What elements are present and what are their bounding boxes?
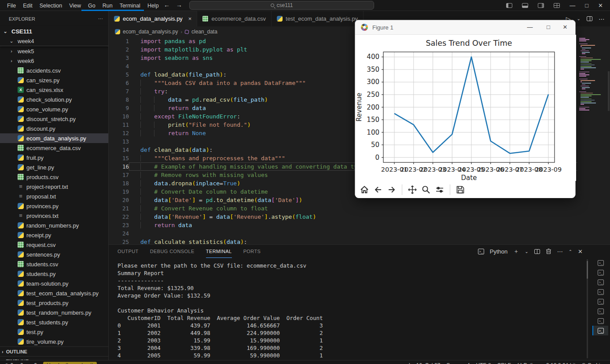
tree-item-test-random-numbers-py[interactable]: test_random_numbers.py — [0, 308, 108, 317]
tree-item-receipt-py[interactable]: receipt.py — [0, 230, 108, 240]
save-icon[interactable] — [456, 185, 465, 195]
editor-more-actions-icon[interactable]: ⋯ — [599, 15, 605, 22]
terminal-session-item[interactable]: >_ — [592, 306, 608, 316]
panel-tab-output[interactable]: OUTPUT — [118, 245, 139, 258]
tree-item-test-py[interactable]: test.py — [0, 327, 108, 337]
terminal-session-item[interactable]: >_ — [592, 326, 608, 335]
panel-maximize-icon[interactable]: ⌃ — [569, 249, 572, 254]
tree-item-sentences-py[interactable]: sentences.py — [0, 250, 108, 259]
kill-terminal-icon[interactable] — [546, 248, 551, 254]
menu-go[interactable]: Go — [85, 1, 99, 10]
command-center-search[interactable]: cse111 — [189, 1, 374, 10]
ports-indicator[interactable]: ⌁ 0 — [29, 362, 37, 364]
tree-item-test-students-py[interactable]: test_students.py — [0, 317, 108, 327]
menu-help[interactable]: Help — [144, 1, 162, 10]
tab-test-ecom-data-analysis-py[interactable]: test_ecom_data_analysis.py — [272, 11, 364, 26]
figure-maximize-button[interactable]: □ — [542, 20, 555, 34]
terminal-session-item[interactable]: >_ — [592, 316, 608, 326]
tree-item-project-report-txt[interactable]: ≡project-report.txt — [0, 182, 108, 191]
menu-terminal[interactable]: Terminal — [116, 1, 144, 10]
tree-item-fruit-py[interactable]: fruit.py — [0, 153, 108, 162]
tree-item-check-solution-py[interactable]: check_solution.py — [0, 95, 108, 104]
tab-ecommerce-data-csv[interactable]: ecommerce_data.csv — [197, 11, 272, 26]
status-item[interactable]: { } Python — [517, 362, 540, 364]
tree-item-provinces-py[interactable]: provinces.py — [0, 201, 108, 211]
tree-item-week4[interactable]: ⌄week4 — [0, 36, 108, 46]
tree-item-ecom-data-analysis-py[interactable]: ecom_data_analysis.py — [0, 133, 108, 143]
extension-status-badge[interactable]: Hornby (logged out) — [43, 362, 97, 364]
status-item[interactable]: ⦾ Go Live — [582, 362, 606, 364]
tree-item-tire-volume-py[interactable]: tire_volume.py — [0, 337, 108, 346]
subplots-config-icon[interactable] — [435, 185, 445, 195]
toggle-panel-icon[interactable] — [522, 3, 528, 8]
tree-item-students-py[interactable]: students.py — [0, 269, 108, 279]
problems-indicator[interactable]: ⊘ 0 △ 0 — [4, 362, 23, 364]
tree-item-team-solution-py[interactable]: team-solution.py — [0, 279, 108, 288]
menu-run[interactable]: Run — [99, 1, 116, 10]
code-line-23[interactable]: 23 return data — [109, 221, 610, 229]
tree-item-can-sizes-xlsx[interactable]: Xcan_sizes.xlsx — [0, 85, 108, 95]
window-minimize-button[interactable]: — — [570, 2, 575, 9]
close-tab-icon[interactable]: × — [188, 15, 192, 22]
tree-item-cone-volume-py[interactable]: cone_volume.py — [0, 104, 108, 114]
menu-file[interactable]: File — [4, 1, 19, 10]
terminal-session-item[interactable]: >_ — [592, 258, 608, 268]
status-item[interactable]: Spaces: 4 — [446, 362, 470, 364]
code-line-22[interactable]: 22 data['Revenue'] = data['Revenue'].ast… — [109, 213, 610, 221]
toggle-sidebar-icon[interactable] — [506, 3, 512, 8]
run-dropdown-icon[interactable]: ⌄ — [577, 16, 581, 21]
terminal-dropdown-icon[interactable]: ⌄ — [525, 249, 528, 254]
customize-layout-icon[interactable] — [554, 3, 560, 8]
status-item[interactable]: CRLF — [497, 362, 511, 364]
breadcrumb-file[interactable]: ecom_data_analysis.py — [123, 29, 178, 35]
breadcrumb-symbol[interactable]: clean_data — [191, 29, 217, 35]
tab-ecom-data-analysis-py[interactable]: ecom_data_analysis.py× — [109, 11, 197, 26]
tree-item-test-products-py[interactable]: test_products.py — [0, 298, 108, 308]
terminal-scrollbar[interactable] — [587, 259, 588, 358]
panel-tab-terminal[interactable]: TERMINAL — [206, 245, 232, 258]
code-line-21[interactable]: 21 # Convert Revenue column to float — [109, 204, 610, 213]
status-item[interactable]: Ln 16, Col 67 — [409, 362, 440, 364]
tree-item-can-sizes-py[interactable]: can_sizes.py — [0, 75, 108, 85]
toggle-secondary-sidebar-icon[interactable] — [538, 3, 544, 8]
tree-item-week5[interactable]: ›week5 — [0, 46, 108, 56]
tree-item-products-csv[interactable]: products.csv — [0, 172, 108, 182]
window-close-button[interactable]: ✕ — [598, 2, 603, 9]
zoom-icon[interactable] — [421, 185, 431, 195]
figure-minimize-button[interactable]: — — [523, 20, 537, 34]
tree-item-cse111[interactable]: ⌄CSE111 — [0, 26, 108, 36]
code-line-24[interactable]: 24 — [109, 229, 610, 238]
code-line-25[interactable]: 25def calculate_statistics(data): — [109, 238, 610, 244]
nav-forward-icon[interactable]: → — [176, 1, 182, 8]
menu-edit[interactable]: Edit — [19, 1, 36, 10]
tree-item-proposal-txt[interactable]: ≡proposal.txt — [0, 191, 108, 201]
tree-item-discount-stretch-py[interactable]: discount_stretch.py — [0, 114, 108, 124]
tree-item-accidents-csv[interactable]: accidents.csv — [0, 66, 108, 75]
sidebar-section-outline[interactable]: ›OUTLINE — [0, 346, 108, 356]
tree-item-provinces-txt[interactable]: ≡provinces.txt — [0, 211, 108, 221]
minimap[interactable] — [577, 36, 610, 244]
nav-back-icon[interactable]: ← — [164, 1, 170, 8]
tree-item-ecommerce-data-csv[interactable]: ecommerce_data.csv — [0, 143, 108, 153]
back-icon[interactable] — [373, 185, 383, 195]
tree-item-test-ecom-data-analysis-py[interactable]: test_ecom_data_analysis.py — [0, 288, 108, 298]
matplotlib-figure-window[interactable]: Figure 1 — □ ✕ 0501001502002503003504002… — [355, 20, 576, 198]
terminal-session-item[interactable]: >_ — [592, 287, 608, 297]
new-terminal-button[interactable]: ＋ — [513, 247, 519, 255]
tree-item-random-numbers-py[interactable]: random_numbers.py — [0, 221, 108, 230]
terminal-session-item[interactable]: >_ — [592, 277, 608, 287]
terminal-session-item[interactable]: >_ — [592, 268, 608, 277]
split-terminal-icon[interactable] — [534, 249, 540, 254]
panel-tab-debug-console[interactable]: DEBUG CONSOLE — [150, 245, 195, 258]
tree-item-request-csv[interactable]: request.csv — [0, 240, 108, 250]
terminal-shell-label[interactable]: Python — [490, 248, 507, 255]
explorer-more-icon[interactable]: ⋯ — [98, 16, 103, 22]
tree-item-discount-py[interactable]: discount.py — [0, 124, 108, 133]
panel-close-icon[interactable]: ✕ — [578, 248, 583, 255]
pan-icon[interactable] — [408, 185, 417, 195]
panel-tab-ports[interactable]: PORTS — [243, 245, 261, 258]
terminal-output[interactable]: Please enter the path to the CSV file: e… — [118, 262, 323, 359]
menu-selection[interactable]: Selection — [36, 1, 66, 10]
tree-item-week6[interactable]: ›week6 — [0, 56, 108, 66]
split-editor-icon[interactable] — [587, 16, 592, 21]
